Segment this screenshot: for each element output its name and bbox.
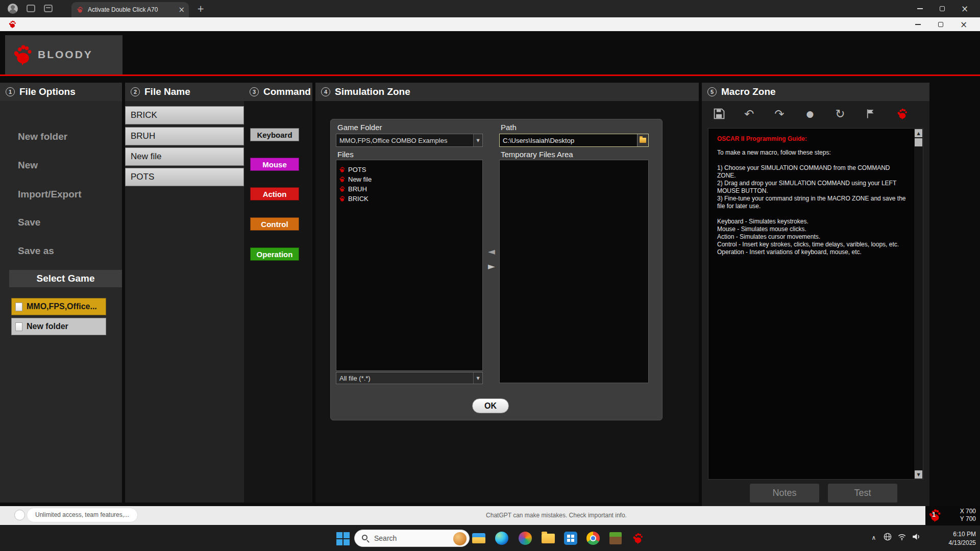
start-button[interactable] (335, 531, 351, 546)
mouse-coordinate-overlay: 1 X 700 Y 700 (925, 506, 980, 525)
game-folder-dropdown[interactable]: MMO,FPS,Office COMBO Examples ▼ (336, 134, 483, 147)
file-list-item[interactable]: BRICK (336, 194, 482, 204)
redo-button[interactable]: ↷ (771, 105, 788, 122)
menu-save[interactable]: Save (18, 217, 40, 228)
command-mouse-button[interactable]: Mouse (250, 158, 299, 171)
taskbar-chrome[interactable] (583, 529, 603, 548)
path-input[interactable]: C:\Users\Isaiah\Desktop (499, 134, 649, 147)
tray-expand-chevron[interactable]: ∧ (868, 532, 880, 544)
network-globe-icon[interactable] (883, 532, 892, 541)
record-button[interactable]: ● (801, 105, 819, 122)
restore-icon (938, 22, 943, 27)
file-row[interactable]: New file (125, 147, 244, 166)
profile-number-badge: 1 (932, 511, 936, 518)
file-options-header: 1 File Options (0, 83, 122, 101)
temporary-files-listbox[interactable] (499, 160, 649, 383)
bloody-file-icon (339, 176, 346, 183)
scroll-down-button[interactable]: ▼ (915, 470, 922, 479)
grass-block-icon (609, 532, 622, 544)
loop-button[interactable]: ↻ (831, 105, 849, 122)
browser-tab-list-icon[interactable] (44, 5, 53, 12)
file-filter-dropdown[interactable]: All file (*.*) ▼ (336, 372, 483, 384)
game-item-selected[interactable]: MMO,FPS,Office... (11, 298, 106, 315)
play-flag-button[interactable] (862, 105, 879, 122)
taskbar-clock[interactable]: 6:10 PM 4/13/2025 (934, 530, 976, 548)
browser-workspaces-icon[interactable] (27, 5, 35, 12)
command-action-button[interactable]: Action (250, 187, 299, 201)
file-list-item[interactable]: New file (336, 174, 482, 184)
simulation-dialog: Game Folder MMO,FPS,Office COMBO Example… (330, 119, 663, 420)
files-listbox[interactable]: POTS New file BRUH BRICK (336, 160, 483, 371)
taskbar-store[interactable] (561, 529, 580, 548)
command-operation-button[interactable]: Operation (250, 247, 299, 261)
browse-button[interactable] (637, 134, 648, 146)
browser-tab[interactable]: Activate Double Click A70 × (71, 2, 189, 17)
tab-close-icon[interactable]: × (178, 2, 185, 17)
volume-icon[interactable] (912, 532, 921, 541)
folder-icon (640, 138, 646, 143)
m365-icon (519, 532, 532, 545)
search-highlight-icon[interactable] (453, 532, 467, 545)
browser-profile-avatar[interactable] (8, 4, 18, 14)
game-label: MMO,FPS,Office... (27, 302, 97, 311)
macro-editor-area[interactable]: OSCAR II Programming Guide: To make a ne… (708, 128, 923, 480)
notes-button[interactable]: Notes (750, 484, 819, 503)
chevron-down-icon[interactable]: ▼ (473, 372, 482, 384)
chevron-down-icon[interactable]: ▼ (473, 134, 482, 146)
file-explorer-icon (472, 533, 485, 543)
save-macro-button[interactable] (710, 105, 728, 122)
move-right-arrow-button[interactable]: ► (485, 260, 498, 272)
app-minimize-button[interactable] (906, 17, 929, 31)
menu-new-folder[interactable]: New folder (18, 131, 67, 142)
help-circle-icon[interactable] (14, 510, 25, 520)
taskbar-game[interactable] (606, 529, 625, 548)
app-close-button[interactable]: × (952, 17, 975, 31)
chrome-icon (586, 532, 600, 545)
file-list-item[interactable]: BRUH (336, 184, 482, 194)
taskbar-edge[interactable] (492, 529, 511, 548)
wifi-icon[interactable] (897, 532, 906, 541)
ok-button[interactable]: OK (472, 398, 509, 413)
browser-maximize-button[interactable] (931, 0, 953, 17)
macro-zone-header: 5 Macro Zone (702, 83, 929, 101)
command-control-button[interactable]: Control (250, 217, 299, 231)
app-restore-button[interactable] (929, 17, 952, 31)
save-icon (713, 108, 725, 120)
app-logo-icon (8, 20, 17, 29)
accent-divider (0, 74, 980, 76)
menu-new[interactable]: New (18, 160, 38, 171)
browser-close-button[interactable]: × (953, 0, 976, 17)
command-zone-panel: 3 Command Keyboard Mouse Action Control … (244, 83, 312, 503)
filter-value: All file (*.*) (336, 374, 473, 382)
browser-minimize-button[interactable] (909, 0, 931, 17)
file-name: New file (348, 176, 372, 183)
new-tab-button[interactable]: + (197, 3, 204, 15)
file-row[interactable]: POTS (125, 168, 244, 186)
command-keyboard-button[interactable]: Keyboard (250, 128, 299, 141)
select-game-header: Select Game (9, 270, 122, 287)
undo-button[interactable]: ↶ (741, 105, 758, 122)
scroll-up-button[interactable]: ▲ (915, 129, 922, 137)
file-row[interactable]: BRICK (125, 106, 244, 124)
file-options-panel: 1 File Options New folder New Import/Exp… (0, 83, 122, 503)
game-item[interactable]: New folder (11, 318, 106, 335)
move-left-arrow-button[interactable]: ◄ (485, 245, 498, 257)
taskbar-file-explorer[interactable] (469, 529, 488, 548)
test-button[interactable]: Test (828, 484, 897, 503)
scroll-thumb[interactable] (915, 138, 922, 146)
bloody-hand-icon (632, 532, 644, 544)
menu-save-as[interactable]: Save as (18, 245, 54, 257)
temp-files-label: Temporary Files Area (501, 150, 573, 159)
guide-line: 3) Fine-tune your command string in the … (717, 195, 910, 210)
bloody-cursor-button[interactable] (894, 105, 911, 122)
taskbar-folder[interactable] (538, 529, 558, 548)
file-name: BRICK (348, 195, 369, 203)
file-list-item[interactable]: POTS (336, 165, 482, 174)
taskbar-search[interactable]: Search (354, 530, 470, 547)
menu-import-export[interactable]: Import/Export (18, 189, 82, 200)
taskbar-bloody[interactable] (628, 529, 648, 548)
file-row[interactable]: BRUH (125, 127, 244, 145)
scrollbar[interactable]: ▲ ▼ (914, 129, 923, 479)
upgrade-banner[interactable]: Unlimited access, team features,... (27, 508, 138, 522)
taskbar-m365[interactable] (516, 529, 535, 548)
